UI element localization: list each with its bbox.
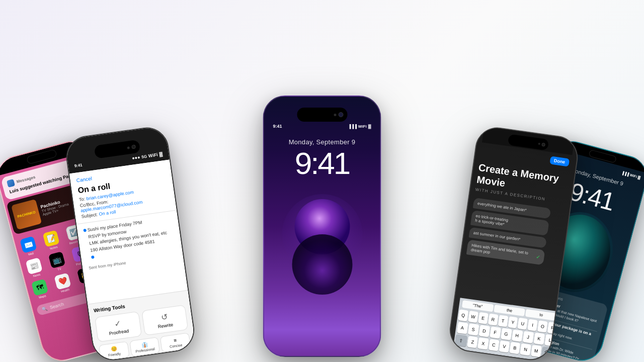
phone-center: 9:41 ▐▐▐ WiFi ▓ Monday, September 9 9:41 bbox=[263, 96, 381, 357]
app-maps[interactable]: 🗺 Maps bbox=[29, 278, 52, 301]
key-k[interactable]: K bbox=[533, 332, 545, 345]
key-v[interactable]: V bbox=[499, 340, 510, 352]
p2-signal: ●●● bbox=[132, 155, 141, 161]
chat-text-2: eo trick-or-treatingh a spooky vibe* bbox=[475, 214, 509, 227]
key-h[interactable]: H bbox=[511, 329, 523, 342]
center-time-status: 9:41 bbox=[273, 124, 282, 129]
key-d[interactable]: D bbox=[478, 325, 490, 337]
phone2-time: 9:41 bbox=[74, 163, 83, 169]
p2-5g: 5G bbox=[141, 154, 147, 159]
concise-label: Concise bbox=[170, 343, 183, 348]
proofread-button[interactable]: ✓ Proofread bbox=[95, 311, 142, 342]
done-button[interactable]: Done bbox=[549, 156, 570, 166]
key-w[interactable]: W bbox=[468, 311, 478, 323]
phone1-time: 9:41 bbox=[0, 161, 12, 169]
key-e[interactable]: E bbox=[478, 312, 489, 324]
key-j[interactable]: J bbox=[522, 331, 534, 343]
lock-globe-visual bbox=[277, 184, 367, 305]
professional-button[interactable]: 👔 Professional bbox=[129, 337, 160, 357]
p5-battery: ▓ bbox=[637, 175, 641, 179]
proofread-label: Proofread bbox=[109, 328, 129, 336]
key-n[interactable]: N bbox=[520, 343, 531, 355]
concise-icon: ≡ bbox=[173, 337, 177, 343]
center-signal: ▐▐▐ bbox=[348, 124, 357, 129]
search-label: Search bbox=[49, 302, 64, 310]
chat-text-3: ast summer in our garden* bbox=[473, 231, 521, 242]
check-icon: ✓ bbox=[536, 254, 540, 260]
search-icon: 🔍 bbox=[41, 306, 48, 312]
lockscreen: 9:41 ▐▐▐ WiFi ▓ Monday, September 9 9:41 bbox=[264, 97, 380, 356]
svg-point-2 bbox=[292, 234, 352, 295]
writing-tools-panel: Writing Tools ✓ Proofread ↺ Rewrite bbox=[88, 290, 196, 362]
friendly-button[interactable]: 😊 Friendly bbox=[99, 341, 130, 361]
friendly-icon: 😊 bbox=[110, 346, 117, 352]
phone4-time bbox=[482, 147, 484, 155]
key-c[interactable]: C bbox=[488, 339, 499, 351]
key-x[interactable]: X bbox=[477, 337, 489, 349]
app-health[interactable]: ❤️ Health bbox=[51, 272, 75, 295]
pachinko-image: PACHINKO bbox=[11, 199, 42, 230]
key-shift[interactable]: ⇧ bbox=[454, 334, 467, 347]
key-i[interactable]: I bbox=[527, 319, 538, 331]
proofread-icon: ✓ bbox=[114, 318, 122, 329]
signal-icon: ▐▐▐ bbox=[55, 146, 66, 154]
key-o[interactable]: O bbox=[537, 320, 548, 332]
rewrite-icon: ↺ bbox=[160, 312, 169, 322]
center-wifi: WiFi bbox=[358, 124, 367, 129]
key-r[interactable]: R bbox=[488, 313, 498, 325]
app-mail[interactable]: ✉️ Mail bbox=[17, 235, 41, 258]
professional-label: Professional bbox=[135, 347, 155, 353]
p2-wifi: WiFi bbox=[148, 152, 158, 159]
professional-icon: 👔 bbox=[141, 341, 147, 348]
friendly-label: Friendly bbox=[108, 352, 121, 357]
center-dynamic-island bbox=[297, 108, 347, 122]
app-tv[interactable]: 📺 TV bbox=[46, 250, 69, 273]
key-s[interactable]: S bbox=[467, 323, 479, 336]
lock-date: Monday, September 9 bbox=[289, 138, 356, 146]
rewrite-label: Rewrite bbox=[157, 322, 174, 329]
rewrite-button[interactable]: ↺ Rewrite bbox=[141, 305, 189, 336]
phones-container: 9:41 ▐▐▐ WiFi ▓ Messages Luis suggested … bbox=[0, 0, 644, 362]
key-t[interactable]: T bbox=[498, 315, 508, 327]
key-q[interactable]: Q bbox=[458, 309, 468, 321]
app-news[interactable]: 📰 News bbox=[23, 257, 47, 280]
key-m[interactable]: M bbox=[531, 345, 542, 357]
lock-time: 9:41 bbox=[295, 148, 350, 179]
key-g[interactable]: G bbox=[501, 328, 512, 340]
key-z[interactable]: Z bbox=[467, 336, 478, 348]
p5-signal: ▐▐▐ bbox=[621, 171, 629, 176]
key-y[interactable]: Y bbox=[508, 316, 518, 328]
key-b[interactable]: B bbox=[509, 342, 520, 354]
chat-text-1: everything we ate in Japan* bbox=[477, 201, 527, 213]
key-a[interactable]: A bbox=[456, 322, 468, 334]
keyboard-area: "The" the to Q W E R T Y U I O P A bbox=[453, 298, 560, 362]
key-f[interactable]: F bbox=[490, 326, 501, 339]
chat-text-4: Hikes with Tim and Marie, set todream po… bbox=[471, 243, 529, 260]
p5-wifi: WiFi bbox=[629, 173, 637, 178]
center-battery: ▓ bbox=[368, 124, 371, 129]
concise-button[interactable]: ≡ Concise bbox=[160, 332, 191, 352]
app-notes[interactable]: 📝 Notes bbox=[40, 229, 63, 252]
key-u[interactable]: U bbox=[518, 318, 528, 330]
p2-battery: ▓ bbox=[159, 151, 163, 157]
